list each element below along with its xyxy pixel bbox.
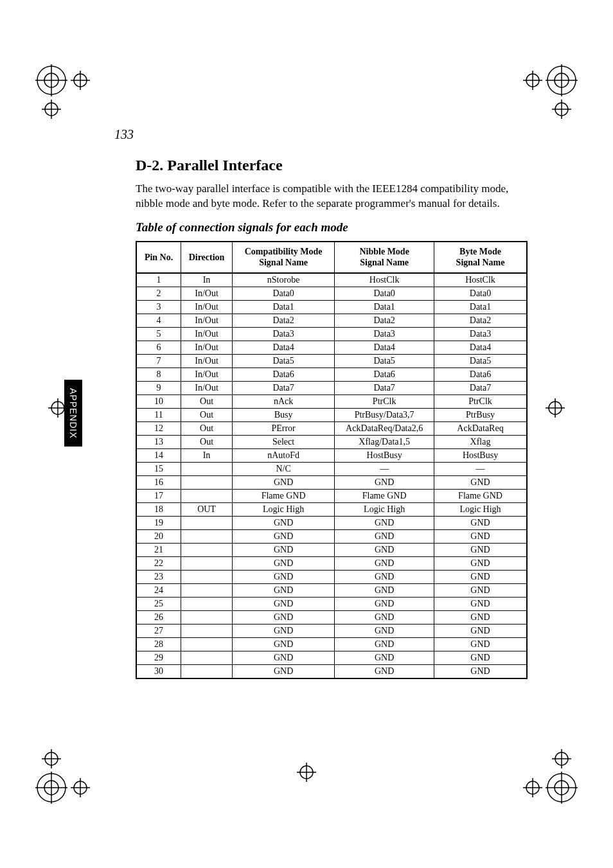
cell-nibble: Data2 [335,314,434,327]
cell-compat: Busy [232,408,334,421]
registration-mark-icon [297,763,316,784]
cell-nibble: HostBusy [335,448,434,462]
crop-mark-icon [520,746,578,804]
table-row: 12OutPErrorAckDataReq/Data2,6AckDataReq [136,421,527,435]
cell-pin: 4 [136,314,181,327]
page-number: 133 [114,127,134,142]
cell-byte: GND [434,651,527,664]
cell-dir [181,543,233,556]
cell-pin: 27 [136,624,181,637]
table-row: 22GNDGNDGND [136,556,527,570]
cell-dir [181,637,233,651]
cell-dir [181,570,233,583]
cell-byte: GND [434,556,527,570]
table-row: 19GNDGNDGND [136,516,527,529]
cell-compat: nAck [232,394,334,408]
cell-dir: In [181,273,233,287]
cell-byte: PtrBusy [434,408,527,421]
cell-nibble: GND [335,624,434,637]
cell-dir [181,651,233,664]
cell-pin: 25 [136,597,181,610]
cell-nibble: Data5 [335,354,434,368]
crop-mark-icon [35,64,93,122]
cell-compat: GND [232,651,334,664]
cell-dir: In/Out [181,368,233,381]
cell-byte: GND [434,583,527,597]
cell-compat: Data0 [232,287,334,300]
cell-pin: 11 [136,408,181,421]
cell-nibble: Flame GND [335,489,434,502]
cell-byte: GND [434,516,527,529]
cell-dir [181,610,233,624]
cell-nibble: GND [335,475,434,489]
cell-dir [181,529,233,543]
cell-nibble: AckDataReq/Data2,6 [335,421,434,435]
cell-pin: 10 [136,394,181,408]
cell-pin: 29 [136,651,181,664]
table-row: 18OUTLogic HighLogic HighLogic High [136,502,527,516]
table-row: 4In/OutData2Data2Data2 [136,314,527,327]
cell-dir: In/Out [181,300,233,314]
table-header-row: Pin No. Direction Compatibility Mode Sig… [136,242,527,273]
cell-byte: GND [434,543,527,556]
cell-byte: GND [434,475,527,489]
cell-pin: 9 [136,381,181,394]
cell-pin: 15 [136,462,181,475]
cell-pin: 2 [136,287,181,300]
cell-pin: 24 [136,583,181,597]
cell-dir: In/Out [181,287,233,300]
cell-byte: Data7 [434,381,527,394]
cell-pin: 13 [136,435,181,448]
signals-table: Pin No. Direction Compatibility Mode Sig… [136,241,528,679]
cell-pin: 28 [136,637,181,651]
cell-compat: Data4 [232,341,334,354]
cell-nibble: PtrClk [335,394,434,408]
cell-dir: Out [181,394,233,408]
cell-byte: Data5 [434,354,527,368]
cell-compat: GND [232,516,334,529]
table-caption: Table of connection signals for each mod… [136,220,528,235]
cell-compat: GND [232,570,334,583]
cell-nibble: Data6 [335,368,434,381]
cell-byte: Data0 [434,287,527,300]
cell-byte: GND [434,637,527,651]
cell-pin: 16 [136,475,181,489]
cell-compat: GND [232,637,334,651]
table-row: 29GNDGNDGND [136,651,527,664]
table-row: 17Flame GNDFlame GNDFlame GND [136,489,527,502]
cell-compat: GND [232,475,334,489]
cell-compat: GND [232,583,334,597]
cell-compat: Data3 [232,327,334,341]
table-row: 25GNDGNDGND [136,597,527,610]
crop-mark-icon [520,64,578,122]
cell-byte: GND [434,610,527,624]
cell-compat: Data2 [232,314,334,327]
cell-pin: 7 [136,354,181,368]
table-row: 14InnAutoFdHostBusyHostBusy [136,448,527,462]
cell-pin: 3 [136,300,181,314]
table-row: 24GNDGNDGND [136,583,527,597]
cell-byte: Data1 [434,300,527,314]
cell-dir: OUT [181,502,233,516]
cell-pin: 8 [136,368,181,381]
cell-compat: GND [232,664,334,678]
cell-pin: 20 [136,529,181,543]
cell-compat: Data6 [232,368,334,381]
table-row: 5In/OutData3Data3Data3 [136,327,527,341]
cell-byte: Data3 [434,327,527,341]
cell-pin: 26 [136,610,181,624]
cell-compat: Flame GND [232,489,334,502]
cell-byte: GND [434,597,527,610]
cell-pin: 23 [136,570,181,583]
col-header-compat: Compatibility Mode Signal Name [232,242,334,273]
table-row: 13OutSelectXflag/Data1,5Xflag [136,435,527,448]
cell-compat: nAutoFd [232,448,334,462]
cell-pin: 1 [136,273,181,287]
cell-byte: HostBusy [434,448,527,462]
cell-nibble: GND [335,610,434,624]
cell-pin: 6 [136,341,181,354]
cell-compat: N/C [232,462,334,475]
cell-pin: 19 [136,516,181,529]
table-row: 1InnStorobeHostClkHostClk [136,273,527,287]
cell-nibble: GND [335,516,434,529]
